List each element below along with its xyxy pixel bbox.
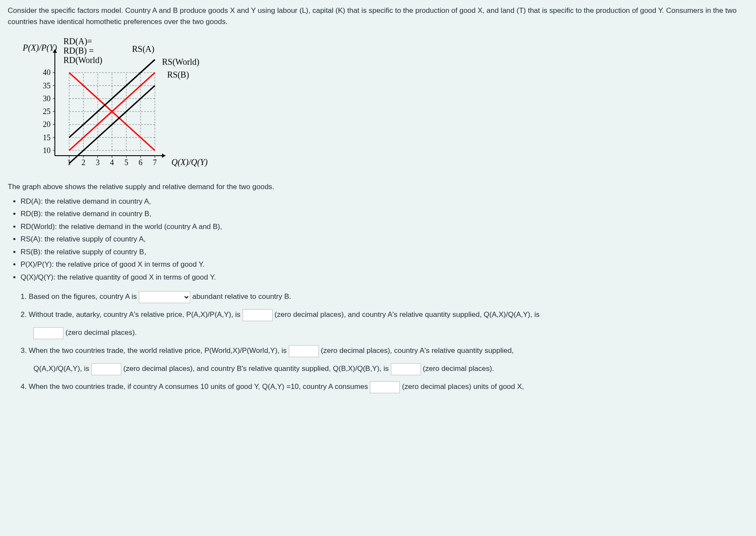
def-item: RS(B): the relative supply of country B, bbox=[21, 247, 748, 258]
q2-pre: 2. Without trade, autarky, country A's r… bbox=[21, 310, 240, 319]
svg-text:RS(B): RS(B) bbox=[167, 70, 189, 80]
q1-pre: 1. Based on the figures, country A is bbox=[21, 292, 137, 301]
svg-text:5: 5 bbox=[124, 158, 128, 167]
def-item: RD(B): the relative demand in country B, bbox=[21, 208, 748, 220]
question-4: 4. When the two countries trade, if coun… bbox=[21, 381, 748, 393]
q3-mid1: (zero decimal places), country A's relat… bbox=[321, 346, 514, 355]
chart-caption: The graph above shows the relative suppl… bbox=[8, 181, 748, 193]
q1-dropdown[interactable] bbox=[139, 291, 190, 303]
svg-text:RS(A): RS(A) bbox=[132, 44, 154, 54]
svg-text:10: 10 bbox=[43, 146, 51, 155]
svg-text:RD(A)=: RD(A)= bbox=[63, 36, 92, 46]
q1-post: abundant relative to country B. bbox=[192, 292, 291, 301]
q3-input-worldprice[interactable] bbox=[289, 345, 319, 357]
svg-text:3: 3 bbox=[96, 158, 100, 167]
question-3-cont: Q(A,X)/Q(A,Y), is (zero decimal places),… bbox=[33, 363, 748, 375]
svg-text:Q(X)/Q(Y): Q(X)/Q(Y) bbox=[171, 157, 208, 167]
q4-tail: (zero decimal places) units of good X, bbox=[402, 382, 524, 391]
question-1: 1. Based on the figures, country A is ab… bbox=[21, 291, 748, 303]
q3-line2-pre: Q(A,X)/Q(A,Y), is bbox=[33, 364, 89, 373]
def-item: RD(A): the relative demand in country A, bbox=[21, 196, 748, 207]
def-item: Q(X)/Q(Y): the relative quantity of good… bbox=[21, 272, 748, 283]
svg-text:20: 20 bbox=[43, 120, 51, 129]
svg-text:4: 4 bbox=[110, 158, 114, 167]
q4-pre: 4. When the two countries trade, if coun… bbox=[21, 382, 368, 391]
svg-text:25: 25 bbox=[43, 107, 51, 116]
def-item: RD(World): the relative demand in the wo… bbox=[21, 221, 748, 232]
svg-text:RD(World): RD(World) bbox=[63, 55, 102, 65]
q3-tail: (zero decimal places). bbox=[423, 364, 494, 373]
svg-marker-16 bbox=[162, 154, 165, 158]
svg-text:30: 30 bbox=[43, 94, 51, 103]
intro-text: Consider the specific factors model. Cou… bbox=[8, 5, 748, 27]
def-item: P(X)/P(Y): the relative price of good X … bbox=[21, 259, 748, 270]
svg-text:6: 6 bbox=[139, 158, 143, 167]
svg-text:35: 35 bbox=[43, 81, 51, 90]
q2-input-qty[interactable] bbox=[33, 327, 63, 339]
q2-input-price[interactable] bbox=[243, 309, 273, 321]
q3-input-qb[interactable] bbox=[391, 363, 421, 375]
q3-input-qa[interactable] bbox=[91, 363, 121, 375]
question-2-cont: (zero decimal places). bbox=[33, 327, 748, 339]
svg-text:7: 7 bbox=[153, 158, 157, 167]
definitions-list: RD(A): the relative demand in country A,… bbox=[8, 196, 748, 283]
q2-tail: (zero decimal places). bbox=[66, 328, 137, 337]
question-3: 3. When the two countries trade, the wor… bbox=[21, 345, 748, 357]
svg-text:RD(B) =: RD(B) = bbox=[63, 46, 94, 56]
q3-mid2: (zero decimal places), and country B's r… bbox=[123, 364, 389, 373]
q2-mid: (zero decimal places), and country A's r… bbox=[275, 310, 540, 319]
svg-text:P(X)/P(Y): P(X)/P(Y) bbox=[22, 43, 57, 53]
svg-text:2: 2 bbox=[81, 158, 85, 167]
svg-text:40: 40 bbox=[43, 68, 51, 77]
svg-text:RS(World): RS(World) bbox=[162, 57, 199, 67]
question-2: 2. Without trade, autarky, country A's r… bbox=[21, 309, 748, 321]
def-item: RS(A): the relative supply of country A, bbox=[21, 234, 748, 245]
chart: 123456710152025303540P(X)/P(Y)Q(X)/Q(Y)R… bbox=[8, 31, 748, 173]
q4-input[interactable] bbox=[370, 381, 400, 393]
svg-text:15: 15 bbox=[43, 133, 51, 142]
q3-pre: 3. When the two countries trade, the wor… bbox=[21, 346, 287, 355]
